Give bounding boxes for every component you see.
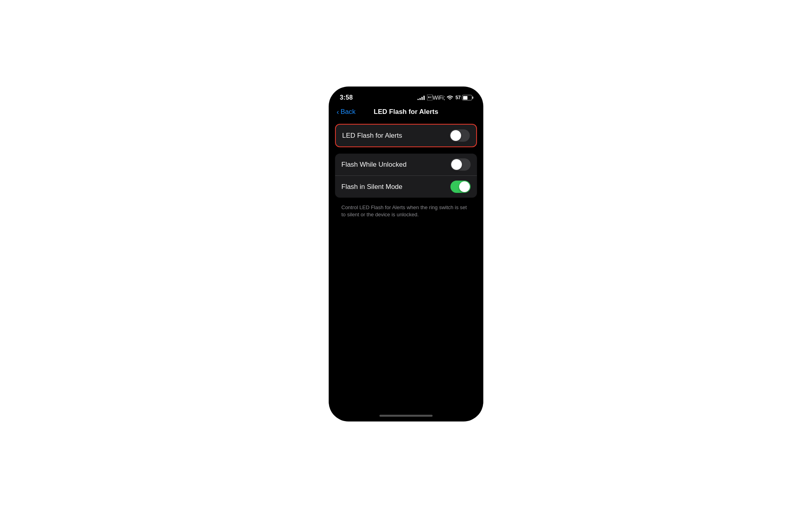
- signal-icon: [417, 95, 425, 100]
- led-flash-toggle[interactable]: [450, 129, 470, 142]
- status-icons: WiFi; 57: [417, 94, 472, 101]
- phone-frame: 3:58 WiFi; 57: [329, 87, 483, 421]
- flash-while-unlocked-row: Flash While Unlocked: [335, 154, 477, 175]
- home-indicator: [329, 412, 483, 421]
- flash-silent-mode-toggle[interactable]: [450, 181, 471, 193]
- wifi-icon: WiFi;: [427, 94, 453, 101]
- battery-icon: [462, 95, 472, 100]
- back-button[interactable]: ‹ Back: [337, 108, 356, 116]
- status-time: 3:58: [340, 94, 353, 101]
- led-flash-row: LED Flash for Alerts: [336, 125, 476, 146]
- back-chevron-icon: ‹: [337, 108, 339, 115]
- flash-silent-mode-thumb: [459, 181, 470, 192]
- flash-silent-mode-row: Flash in Silent Mode: [335, 175, 477, 198]
- flash-options-section: Flash While Unlocked Flash in Silent Mod…: [335, 154, 477, 198]
- led-flash-toggle-thumb: [450, 130, 461, 141]
- led-flash-section: LED Flash for Alerts: [335, 124, 477, 147]
- led-flash-label: LED Flash for Alerts: [342, 132, 402, 140]
- nav-title: LED Flash for Alerts: [374, 108, 439, 116]
- back-label: Back: [341, 108, 356, 116]
- flash-while-unlocked-thumb: [451, 159, 462, 170]
- footer-description: Control LED Flash for Alerts when the ri…: [341, 204, 471, 218]
- flash-silent-mode-label: Flash in Silent Mode: [341, 183, 402, 191]
- section-footer: Control LED Flash for Alerts when the ri…: [335, 201, 477, 218]
- battery-indicator: 57: [456, 95, 472, 100]
- status-bar: 3:58 WiFi; 57: [329, 87, 483, 106]
- flash-while-unlocked-label: Flash While Unlocked: [341, 161, 406, 169]
- nav-bar: ‹ Back LED Flash for Alerts: [329, 106, 483, 121]
- settings-content: LED Flash for Alerts Flash While Unlocke…: [329, 121, 483, 412]
- battery-percent: 57: [456, 95, 461, 100]
- flash-while-unlocked-toggle[interactable]: [450, 158, 471, 171]
- home-bar: [379, 415, 433, 417]
